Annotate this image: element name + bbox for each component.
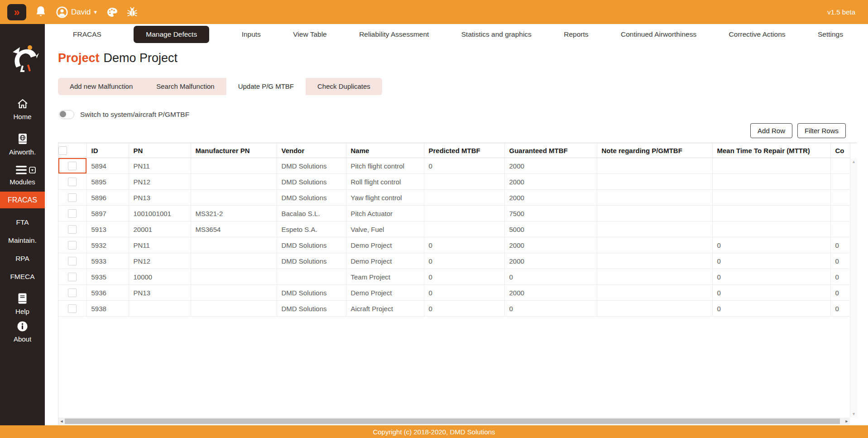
select-all-checkbox[interactable]: [58, 146, 67, 155]
theme-palette-icon[interactable]: [107, 7, 118, 17]
cell-guaranteed-mtbf[interactable]: 0: [504, 269, 597, 285]
cell-id[interactable]: 5938: [86, 301, 129, 317]
cell-mttr[interactable]: [712, 158, 830, 174]
row-checkbox[interactable]: [68, 209, 77, 218]
cell-guaranteed-mtbf[interactable]: 0: [504, 301, 597, 317]
cell-note[interactable]: [597, 221, 712, 237]
cell-name[interactable]: Demo Project: [346, 237, 424, 253]
cell-co[interactable]: [830, 190, 850, 206]
horizontal-scrollbar[interactable]: ◄ ►: [58, 418, 850, 425]
cell-id[interactable]: 5913: [86, 221, 129, 237]
cell-pn[interactable]: PN13: [129, 285, 191, 301]
sidebar-item-about[interactable]: About: [0, 321, 45, 343]
column-header-vendor[interactable]: Vendor: [277, 143, 346, 158]
cell-mttr[interactable]: 0: [712, 269, 830, 285]
cell-pn[interactable]: [129, 301, 191, 317]
tab-inputs[interactable]: Inputs: [242, 30, 261, 39]
cell-co[interactable]: 0: [830, 285, 850, 301]
column-header-co[interactable]: Co: [830, 143, 850, 158]
row-checkbox[interactable]: [68, 162, 77, 170]
subtab-check-duplicates[interactable]: Check Duplicates: [306, 78, 382, 95]
horizontal-scrollbar-thumb[interactable]: [65, 419, 840, 424]
cell-id[interactable]: 5935: [86, 269, 129, 285]
cell-vendor[interactable]: Espeto S.A.: [277, 221, 346, 237]
tab-corrective-actions[interactable]: Corrective Actions: [729, 30, 786, 39]
debug-bug-icon[interactable]: [127, 7, 138, 18]
cell-vendor[interactable]: DMD Solutions: [277, 158, 346, 174]
sidebar-item-rpa[interactable]: RPA: [15, 255, 29, 263]
cell-predicted-mtbf[interactable]: [424, 190, 504, 206]
cell-note[interactable]: [597, 253, 712, 269]
row-checkbox-cell[interactable]: [58, 285, 86, 301]
cell-guaranteed-mtbf[interactable]: 2000: [504, 285, 597, 301]
row-checkbox[interactable]: [68, 225, 77, 234]
tab-view-table[interactable]: View Table: [293, 30, 326, 39]
cell-guaranteed-mtbf[interactable]: 7500: [504, 206, 597, 221]
cell-mttr[interactable]: 0: [712, 285, 830, 301]
cell-note[interactable]: [597, 269, 712, 285]
row-checkbox-cell[interactable]: [58, 174, 86, 190]
subtab-search-malfunction[interactable]: Search Malfunction: [144, 78, 226, 95]
filter-rows-button[interactable]: Filter Rows: [797, 123, 846, 138]
cell-vendor[interactable]: DMD Solutions: [277, 237, 346, 253]
column-header-manufacturer-pn[interactable]: Manufacturer PN: [191, 143, 277, 158]
sidebar-item-fmeca[interactable]: FMECA: [10, 273, 34, 281]
cell-id[interactable]: 5896: [86, 190, 129, 206]
cell-id[interactable]: 5895: [86, 174, 129, 190]
subtab-add-new-malfunction[interactable]: Add new Malfunction: [58, 78, 144, 95]
cell-name[interactable]: Valve, Fuel: [346, 221, 424, 237]
cell-name[interactable]: Yaw flight control: [346, 190, 424, 206]
cell-vendor[interactable]: DMD Solutions: [277, 301, 346, 317]
cell-note[interactable]: [597, 285, 712, 301]
row-checkbox-cell[interactable]: [58, 190, 86, 206]
cell-guaranteed-mtbf[interactable]: 2000: [504, 174, 597, 190]
row-checkbox-cell[interactable]: [58, 158, 86, 174]
cell-mttr[interactable]: 0: [712, 253, 830, 269]
cell-predicted-mtbf[interactable]: 0: [424, 253, 504, 269]
cell-pn[interactable]: 20001: [129, 221, 191, 237]
tab-settings[interactable]: Settings: [818, 30, 843, 39]
cell-predicted-mtbf[interactable]: 0: [424, 158, 504, 174]
cell-pn[interactable]: PN12: [129, 253, 191, 269]
cell-id[interactable]: 5932: [86, 237, 129, 253]
cell-manufacturer-pn[interactable]: [191, 253, 277, 269]
row-checkbox[interactable]: [68, 273, 77, 281]
cell-pn[interactable]: PN11: [129, 237, 191, 253]
scroll-up-icon[interactable]: ▲: [852, 158, 856, 165]
tab-fracas[interactable]: FRACAS: [73, 30, 101, 39]
scroll-right-icon[interactable]: ►: [844, 419, 850, 424]
cell-co[interactable]: 0: [830, 253, 850, 269]
cell-note[interactable]: [597, 237, 712, 253]
cell-predicted-mtbf[interactable]: [424, 174, 504, 190]
column-header-pn[interactable]: PN: [129, 143, 191, 158]
cell-predicted-mtbf[interactable]: 0: [424, 269, 504, 285]
cell-predicted-mtbf[interactable]: 0: [424, 237, 504, 253]
cell-predicted-mtbf[interactable]: 0: [424, 301, 504, 317]
column-header-note[interactable]: Note regarding P/GMTBF: [597, 143, 712, 158]
column-header-mttr[interactable]: Mean Time To Repair (MTTR): [712, 143, 830, 158]
tab-reports[interactable]: Reports: [564, 30, 588, 39]
dmd-bird-logo[interactable]: [6, 42, 39, 74]
cell-co[interactable]: [830, 174, 850, 190]
cell-manufacturer-pn[interactable]: [191, 237, 277, 253]
cell-vendor[interactable]: Bacalao S.L.: [277, 206, 346, 221]
cell-name[interactable]: Aicraft Project: [346, 301, 424, 317]
cell-manufacturer-pn[interactable]: [191, 190, 277, 206]
cell-manufacturer-pn[interactable]: [191, 158, 277, 174]
cell-id[interactable]: 5936: [86, 285, 129, 301]
cell-name[interactable]: Roll flight control: [346, 174, 424, 190]
cell-name[interactable]: Pitch Actuator: [346, 206, 424, 221]
sidebar-item-airworthiness[interactable]: Airworth.: [0, 133, 45, 156]
row-checkbox[interactable]: [68, 178, 77, 186]
cell-pn[interactable]: 1001001001: [129, 206, 191, 221]
cell-mttr[interactable]: 0: [712, 301, 830, 317]
sidebar-collapse-button[interactable]: »: [7, 4, 26, 20]
row-checkbox[interactable]: [68, 193, 77, 202]
cell-pn[interactable]: 10000: [129, 269, 191, 285]
sidebar-item-fracas[interactable]: FRACAS: [0, 192, 45, 208]
cell-manufacturer-pn[interactable]: MS321-2: [191, 206, 277, 221]
cell-predicted-mtbf[interactable]: [424, 206, 504, 221]
row-checkbox-cell[interactable]: [58, 237, 86, 253]
cell-note[interactable]: [597, 158, 712, 174]
sidebar-item-fta[interactable]: FTA: [16, 218, 29, 226]
